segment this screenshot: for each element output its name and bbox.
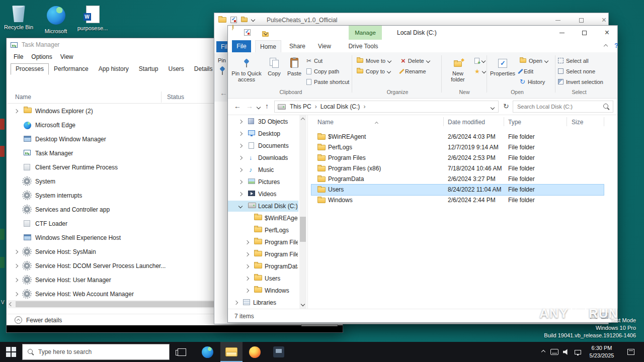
tray-touch-keyboard[interactable]: [548, 342, 560, 362]
breadcrumb-local-disk[interactable]: Local Disk (C:): [319, 103, 361, 110]
column-divider[interactable]: [567, 117, 567, 126]
cut-button[interactable]: Cut: [306, 56, 323, 65]
nav-item-programdata[interactable]: ProgramData: [228, 261, 298, 272]
select-none-button[interactable]: Select none: [558, 66, 595, 76]
taskbar-file-explorer-button[interactable]: [220, 342, 243, 362]
manage-contextual-tab[interactable]: Manage: [349, 26, 382, 40]
column-divider[interactable]: [504, 117, 504, 126]
file-row[interactable]: Windows2/6/2024 2:44 PMFile folder: [311, 195, 604, 206]
tab-performance[interactable]: Performance: [49, 63, 94, 75]
taskbar-edge-button[interactable]: [197, 342, 217, 362]
taskbar-clock[interactable]: 6:30 PM 5/23/2025: [586, 344, 618, 359]
file-row[interactable]: Program Files (x86)7/18/2024 10:46 AMFil…: [311, 163, 604, 174]
tab-file[interactable]: File: [232, 40, 251, 52]
tab-users[interactable]: Users: [163, 63, 189, 75]
column-divider[interactable]: [161, 92, 162, 103]
minimize-ribbon-icon[interactable]: [604, 44, 608, 48]
column-type[interactable]: Type: [508, 119, 521, 126]
column-date-modified[interactable]: Date modified: [448, 119, 485, 126]
scrollbar-thumb[interactable]: [300, 217, 306, 242]
refresh-icon[interactable]: [503, 103, 509, 110]
menu-options[interactable]: Options: [31, 53, 52, 60]
minimize-button[interactable]: [550, 26, 573, 40]
start-button[interactable]: [0, 342, 22, 362]
tab-app-history[interactable]: App history: [94, 63, 134, 75]
nav-item-music[interactable]: Music: [228, 164, 298, 175]
quick-access-check-icon[interactable]: [230, 17, 237, 23]
nav-item-local-disk-c[interactable]: Local Disk (C:): [228, 201, 298, 212]
nav-item-downloads[interactable]: Downloads: [228, 152, 298, 163]
scroll-left-icon[interactable]: [9, 302, 13, 306]
tab-details[interactable]: Details: [189, 63, 218, 75]
copy-to-button[interactable]: Copy to: [357, 66, 390, 76]
nav-item-windows[interactable]: Windows: [228, 285, 298, 296]
horizontal-scrollbar[interactable]: [8, 300, 232, 308]
nav-item-perflogs[interactable]: PerfLogs: [228, 225, 298, 236]
quick-access-dropdown-icon[interactable]: [251, 18, 255, 22]
file-row-selected[interactable]: Users8/24/2022 11:04 AMFile folder: [311, 185, 604, 195]
scroll-down-icon[interactable]: [301, 302, 305, 306]
nav-item-pictures[interactable]: Pictures: [228, 176, 298, 188]
copy-path-button[interactable]: Copy path: [306, 66, 339, 76]
recent-locations-icon[interactable]: [257, 105, 261, 109]
column-status[interactable]: Status: [167, 94, 184, 101]
move-to-button[interactable]: Move to: [357, 56, 391, 65]
expand-chevron-icon[interactable]: [14, 278, 18, 282]
tab-view[interactable]: View: [313, 40, 336, 52]
taskbar-firefox-button[interactable]: [245, 342, 265, 362]
desktop-icon-microsoft-edge[interactable]: Microsoft: [38, 6, 73, 34]
taskbar-app-button[interactable]: [269, 342, 289, 362]
open-button[interactable]: Open: [520, 56, 548, 65]
nav-item-libraries[interactable]: Libraries: [228, 297, 298, 308]
edit-button[interactable]: Edit: [520, 66, 533, 76]
easy-access-button[interactable]: [474, 66, 486, 76]
nav-item-winreagent[interactable]: $WinREAgent: [228, 213, 298, 224]
address-dropdown-icon[interactable]: [491, 106, 495, 110]
partial-desktop-icon[interactable]: [0, 229, 5, 240]
nav-item-desktop[interactable]: Desktop: [228, 128, 298, 139]
tray-network[interactable]: [572, 342, 584, 362]
breadcrumb[interactable]: This PC Local Disk (C:): [274, 101, 499, 113]
nav-scrollbar[interactable]: [299, 115, 306, 309]
tab-home[interactable]: Home: [255, 40, 281, 53]
tray-volume[interactable]: [560, 342, 572, 362]
column-divider[interactable]: [604, 117, 604, 126]
select-all-button[interactable]: Select all: [558, 56, 589, 65]
task-view-button[interactable]: [174, 342, 190, 362]
history-button[interactable]: History: [520, 77, 545, 86]
tab-drive-tools[interactable]: Drive Tools: [342, 40, 385, 52]
partial-desktop-icon[interactable]: [0, 257, 5, 268]
nav-item-users[interactable]: Users: [228, 273, 298, 284]
up-button[interactable]: [265, 103, 269, 110]
taskbar-search-input[interactable]: [38, 348, 169, 355]
expand-chevron-icon[interactable]: [14, 292, 18, 296]
partial-desktop-icon[interactable]: [0, 119, 5, 130]
scrollbar-thumb[interactable]: [16, 301, 219, 307]
file-row[interactable]: Program Files2/6/2024 2:53 PMFile folder: [311, 153, 604, 163]
maximize-button[interactable]: [573, 26, 596, 40]
tab-processes[interactable]: Processes: [11, 63, 49, 75]
column-name[interactable]: Name: [15, 94, 31, 101]
expand-chevron-icon[interactable]: [14, 250, 18, 254]
partial-desktop-icon[interactable]: [0, 146, 5, 157]
pane-divider[interactable]: [307, 115, 308, 309]
file-row[interactable]: PerfLogs12/7/2019 9:14 AMFile folder: [311, 142, 604, 153]
nav-item-program-files[interactable]: Program Files: [228, 237, 298, 248]
tab-startup[interactable]: Startup: [134, 63, 164, 75]
column-size[interactable]: Size: [572, 119, 583, 126]
desktop-icon-word-document[interactable]: purposese...: [75, 6, 110, 31]
rename-button[interactable]: Rename: [401, 66, 426, 76]
search-input[interactable]: [513, 104, 603, 110]
nav-item-documents[interactable]: Documents: [228, 140, 298, 151]
expand-chevron-icon[interactable]: [14, 109, 18, 113]
nav-item-3d-objects[interactable]: 3D Objects: [228, 116, 298, 127]
file-row[interactable]: $WinREAgent2/6/2024 4:03 PMFile folder: [311, 132, 604, 142]
pin-to-quick-access-button[interactable]: Pin to Quick access: [231, 54, 262, 96]
tray-show-hidden-icons[interactable]: [537, 342, 549, 362]
quick-access-folder-icon[interactable]: [241, 18, 248, 22]
action-center-button[interactable]: [624, 342, 638, 362]
back-back-arrow-icon[interactable]: ←: [220, 88, 227, 97]
tab-share[interactable]: Share: [285, 40, 309, 52]
taskbar-search-box[interactable]: [22, 344, 170, 360]
nav-item-program-files-x86[interactable]: Program Files (x86): [228, 249, 298, 260]
